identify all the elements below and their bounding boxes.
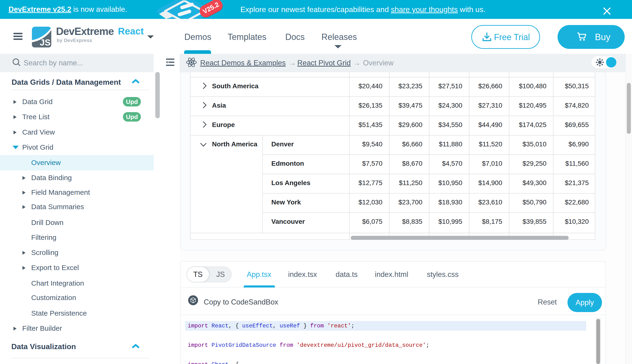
svg-text:JS: JS [40,38,50,48]
